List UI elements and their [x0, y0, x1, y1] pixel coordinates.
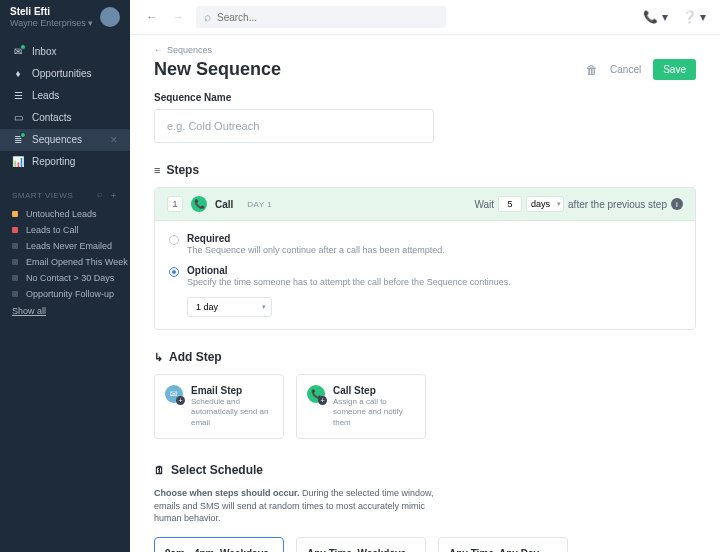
user-org: Wayne Enterprises ▾	[10, 18, 93, 29]
search-icon[interactable]: ⌕	[97, 189, 103, 202]
save-button[interactable]: Save	[653, 59, 696, 80]
nav-inbox[interactable]: ✉Inbox	[0, 41, 130, 63]
card-title: Any Time, Weekdays	[307, 548, 415, 552]
card-title: Call Step	[333, 385, 415, 396]
tag-icon	[12, 211, 18, 217]
list-icon: ≡	[154, 164, 160, 176]
required-radio-row[interactable]: Required The Sequence will only continue…	[169, 233, 681, 255]
nav-label: Sequences	[32, 134, 82, 145]
add-icon[interactable]: ＋	[109, 189, 119, 202]
user-name: Steli Efti	[10, 6, 93, 18]
steps-heading: ≡Steps	[154, 163, 696, 177]
plus-icon: +	[318, 396, 327, 405]
add-step-heading: ↳Add Step	[154, 350, 696, 364]
tag-icon	[12, 227, 18, 233]
sequence-name-input[interactable]	[154, 109, 434, 143]
nav-label: Inbox	[32, 46, 56, 57]
plus-icon: +	[176, 396, 185, 405]
wait-unit-select[interactable]: days	[526, 196, 564, 212]
info-icon[interactable]: i	[671, 198, 683, 210]
nav-label: Leads	[32, 90, 59, 101]
schedule-heading: 🗓Select Schedule	[154, 463, 696, 477]
nav-sequences[interactable]: ≣Sequences✕	[0, 129, 130, 151]
leads-icon: ☰	[12, 90, 24, 102]
schedule-option-1[interactable]: 9am - 4pm, Weekdays Send during working …	[154, 537, 284, 552]
smart-item[interactable]: Leads Never Emailed	[0, 238, 130, 254]
smart-item[interactable]: Leads to Call	[0, 222, 130, 238]
tag-icon	[12, 259, 18, 265]
nav-label: Contacts	[32, 112, 71, 123]
smart-item[interactable]: Email Opened This Week	[0, 254, 130, 270]
wait-value-input[interactable]	[498, 196, 522, 212]
nav-label: Reporting	[32, 156, 75, 167]
tag-icon	[12, 275, 18, 281]
schedule-option-2[interactable]: Any Time, Weekdays Send at any time MOND…	[296, 537, 426, 552]
wait-label: Wait	[474, 199, 494, 210]
notif-badge	[20, 44, 26, 50]
search-icon: ⌕	[204, 10, 211, 24]
optional-radio-row[interactable]: Optional Specify the time someone has to…	[169, 265, 681, 287]
phone-menu[interactable]: 📞 ▾	[643, 10, 667, 24]
add-call-step[interactable]: 📞+ Call StepAssign a call to someone and…	[296, 374, 426, 439]
smart-label: Email Opened This Week	[26, 257, 128, 267]
smart-item[interactable]: Opportunity Follow-up	[0, 286, 130, 302]
smart-label: Leads Never Emailed	[26, 241, 112, 251]
smart-views-list: Untouched Leads Leads to Call Leads Neve…	[0, 206, 130, 302]
radio-required[interactable]	[169, 235, 179, 245]
card-title: Any Time, Any Day	[449, 548, 557, 552]
card-desc: Assign a call to someone and notify them	[333, 397, 415, 428]
smart-views-title: SMART VIEWS	[12, 191, 73, 200]
add-icon: ↳	[154, 351, 163, 364]
user-menu[interactable]: Steli Efti Wayne Enterprises ▾	[0, 0, 130, 35]
smart-item[interactable]: Untouched Leads	[0, 206, 130, 222]
show-all-link[interactable]: Show all	[0, 302, 130, 320]
nav-reporting[interactable]: 📊Reporting	[0, 151, 130, 173]
optional-title: Optional	[187, 265, 511, 276]
smart-label: Untouched Leads	[26, 209, 97, 219]
avatar[interactable]	[100, 7, 120, 27]
optional-duration-select[interactable]: 1 day	[187, 297, 272, 317]
notif-badge	[20, 132, 26, 138]
tag-icon	[12, 243, 18, 249]
forward-button[interactable]: →	[170, 9, 186, 25]
step-header[interactable]: 1 📞 Call DAY 1 Wait days after the previ…	[155, 188, 695, 221]
reporting-icon: 📊	[12, 156, 24, 168]
required-desc: The Sequence will only continue after a …	[187, 245, 445, 255]
card-desc: Schedule and automatically send an email	[191, 397, 273, 428]
step-name: Call	[215, 199, 233, 210]
steps-container: 1 📞 Call DAY 1 Wait days after the previ…	[154, 187, 696, 330]
smart-label: Leads to Call	[26, 225, 79, 235]
smart-label: Opportunity Follow-up	[26, 289, 114, 299]
smart-views-header: SMART VIEWS ⌕＋	[0, 179, 130, 206]
step-day-label: DAY 1	[247, 200, 272, 209]
back-button[interactable]: ←	[144, 9, 160, 25]
nav-label: Opportunities	[32, 68, 91, 79]
breadcrumb-label: Sequences	[167, 45, 212, 55]
nav-opportunities[interactable]: ♦Opportunities	[0, 63, 130, 85]
call-icon: 📞	[191, 196, 207, 212]
close-icon[interactable]: ✕	[110, 135, 118, 145]
nav-leads[interactable]: ☰Leads	[0, 85, 130, 107]
help-menu[interactable]: ❔ ▾	[682, 10, 706, 24]
heading-text: Steps	[166, 163, 199, 177]
card-title: Email Step	[191, 385, 273, 396]
topbar: ← → ⌕ 📞 ▾ ❔ ▾	[130, 0, 720, 35]
sidebar: Steli Efti Wayne Enterprises ▾ ✉Inbox ♦O…	[0, 0, 130, 552]
schedule-option-3[interactable]: Any Time, Any Day Send at any time MONDA…	[438, 537, 568, 552]
search-input[interactable]	[217, 12, 438, 23]
page-title: New Sequence	[154, 59, 281, 80]
optional-desc: Specify the time someone has to attempt …	[187, 277, 511, 287]
add-email-step[interactable]: ✉+ Email StepSchedule and automatically …	[154, 374, 284, 439]
primary-nav: ✉Inbox ♦Opportunities ☰Leads ▭Contacts ≣…	[0, 35, 130, 179]
cancel-button[interactable]: Cancel	[610, 64, 641, 75]
tag-icon	[12, 291, 18, 297]
delete-button[interactable]: 🗑	[586, 63, 598, 77]
calendar-icon: 🗓	[154, 464, 165, 476]
nav-contacts[interactable]: ▭Contacts	[0, 107, 130, 129]
card-title: 9am - 4pm, Weekdays	[165, 548, 273, 552]
radio-optional[interactable]	[169, 267, 179, 277]
smart-item[interactable]: No Contact > 30 Days	[0, 270, 130, 286]
search-box[interactable]: ⌕	[196, 6, 446, 28]
breadcrumb[interactable]: ←Sequences	[154, 45, 696, 55]
contacts-icon: ▭	[12, 112, 24, 124]
